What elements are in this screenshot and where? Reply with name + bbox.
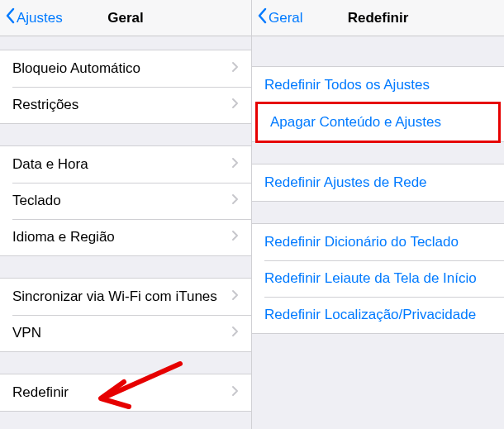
navbar-geral: Ajustes Geral — [0, 0, 251, 36]
chevron-right-icon — [231, 325, 239, 341]
row-vpn[interactable]: VPN — [0, 315, 251, 351]
row-data-hora[interactable]: Data e Hora — [0, 146, 251, 183]
screen-geral: Ajustes Geral Bloqueio Automático Restri… — [0, 0, 252, 429]
back-label: Ajustes — [17, 10, 63, 26]
row-label: Idioma e Região — [12, 229, 115, 245]
chevron-right-icon — [231, 193, 239, 209]
screen-redefinir: Geral Redefinir Redefinir Todos os Ajust… — [252, 0, 504, 429]
back-button-geral[interactable]: Geral — [252, 7, 303, 28]
chevron-right-icon — [231, 384, 239, 401]
content-geral: Bloqueio Automático Restrições Data e Ho… — [0, 36, 251, 429]
group-locale: Data e Hora Teclado Idioma e Região — [0, 145, 251, 256]
chevron-left-icon — [5, 7, 15, 28]
row-reset-network[interactable]: Redefinir Ajustes de Rede — [252, 164, 504, 201]
group-reset-network: Redefinir Ajustes de Rede — [252, 164, 504, 202]
row-bloqueio-automatico[interactable]: Bloqueio Automático — [0, 50, 251, 87]
row-label: Redefinir Dicionário do Teclado — [264, 234, 459, 250]
row-label: Teclado — [12, 193, 61, 209]
row-label: Apagar Conteúdo e Ajustes — [270, 114, 441, 131]
group-sync: Sincronizar via Wi-Fi com iTunes VPN — [0, 278, 251, 352]
row-reset-location-privacy[interactable]: Redefinir Localização/Privacidade — [252, 297, 504, 333]
row-label: Data e Hora — [12, 156, 88, 173]
chevron-right-icon — [231, 97, 239, 113]
back-button-ajustes[interactable]: Ajustes — [0, 7, 63, 28]
row-reset-home-layout[interactable]: Redefinir Leiaute da Tela de Início — [252, 260, 504, 297]
row-idioma-regiao[interactable]: Idioma e Região — [0, 219, 251, 255]
row-label: Redefinir Todos os Ajustes — [264, 77, 430, 93]
row-label: Redefinir Leiaute da Tela de Início — [264, 270, 477, 287]
row-label: Sincronizar via Wi-Fi com iTunes — [12, 288, 217, 305]
group-reset-all: Redefinir Todos os Ajustes Apagar Conteú… — [252, 66, 504, 142]
row-restricoes[interactable]: Restrições — [0, 87, 251, 123]
annotation-highlight-box: Apagar Conteúdo e Ajustes — [255, 102, 501, 143]
row-label: Redefinir — [12, 384, 69, 401]
row-label: Redefinir Localização/Privacidade — [264, 307, 476, 323]
row-reset-all-settings[interactable]: Redefinir Todos os Ajustes — [252, 67, 504, 103]
row-teclado[interactable]: Teclado — [0, 183, 251, 219]
content-redefinir: Redefinir Todos os Ajustes Apagar Conteú… — [252, 36, 504, 429]
back-label: Geral — [269, 10, 303, 26]
row-itunes-wifi[interactable]: Sincronizar via Wi-Fi com iTunes — [0, 279, 251, 315]
row-label: Redefinir Ajustes de Rede — [264, 174, 427, 191]
chevron-right-icon — [231, 156, 239, 173]
navbar-redefinir: Geral Redefinir — [252, 0, 504, 36]
group-reset: Redefinir — [0, 374, 251, 412]
chevron-right-icon — [231, 60, 239, 77]
chevron-right-icon — [231, 288, 239, 305]
row-label: Restrições — [12, 97, 78, 113]
row-erase-content[interactable]: Apagar Conteúdo e Ajustes — [258, 104, 498, 141]
row-label: Bloqueio Automático — [12, 60, 140, 77]
group-reset-misc: Redefinir Dicionário do Teclado Redefini… — [252, 223, 504, 334]
group-lock: Bloqueio Automático Restrições — [0, 50, 251, 124]
row-reset-keyboard-dict[interactable]: Redefinir Dicionário do Teclado — [252, 224, 504, 260]
chevron-left-icon — [257, 7, 267, 28]
chevron-right-icon — [231, 229, 239, 245]
row-label: VPN — [12, 325, 41, 341]
row-redefinir[interactable]: Redefinir — [0, 374, 251, 411]
